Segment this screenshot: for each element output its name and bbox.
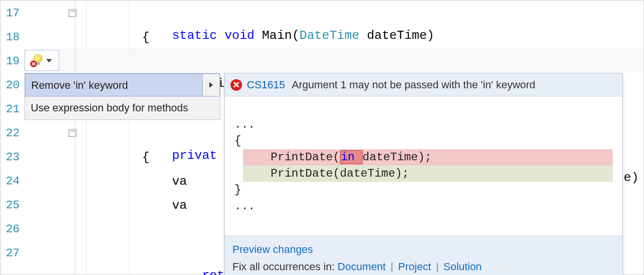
preview-footer: Preview changes Fix all occurrences in: … bbox=[225, 236, 622, 275]
separator: | bbox=[390, 261, 396, 273]
line-number: 24 bbox=[0, 170, 23, 192]
line-number: 26 bbox=[0, 218, 23, 240]
fix-all-document-link[interactable]: Document bbox=[338, 261, 386, 273]
error-code[interactable]: CS1615 bbox=[247, 79, 285, 91]
preview-header: CS1615 Argument 1 may not be passed with… bbox=[225, 73, 622, 96]
error-message: Argument 1 may not be passed with the 'i… bbox=[292, 79, 535, 91]
preview-changes-link[interactable]: Preview changes bbox=[232, 243, 313, 255]
fix-all-solution-link[interactable]: Solution bbox=[444, 261, 482, 273]
line-number: 20 bbox=[0, 74, 23, 96]
line-number: 27 bbox=[0, 242, 23, 264]
line-number: 17 bbox=[0, 2, 23, 24]
fix-preview-pane: CS1615 Argument 1 may not be passed with… bbox=[224, 73, 623, 275]
preview-diff: ... { PrintDate(in dateTime); PrintDate(… bbox=[225, 96, 622, 236]
line-number: 19 bbox=[0, 50, 23, 72]
quick-action-use-expression-body[interactable]: Use expression body for methods bbox=[25, 96, 220, 120]
code-editor[interactable]: 17 18 19 20 21 22 23 24 25 26 27 static … bbox=[0, 0, 644, 275]
code-line[interactable]: static void Main(DateTime dateTime) bbox=[82, 2, 644, 24]
outlining-margin[interactable] bbox=[65, 0, 80, 275]
quick-action-remove-in-keyword[interactable]: Remove 'in' keyword bbox=[25, 73, 220, 96]
diff-removed-line: PrintDate(in dateTime); bbox=[243, 149, 613, 166]
quick-action-label: Remove 'in' keyword bbox=[31, 79, 128, 91]
separator: | bbox=[436, 261, 442, 273]
chevron-down-icon bbox=[46, 59, 52, 62]
error-icon bbox=[231, 79, 242, 91]
fix-all-label: Fix all occurrences in: bbox=[232, 261, 338, 273]
gutter: 17 18 19 20 21 22 23 24 25 26 27 bbox=[0, 0, 23, 275]
line-number: 25 bbox=[0, 194, 23, 216]
code-line[interactable]: { bbox=[82, 26, 644, 48]
submenu-arrow-icon[interactable] bbox=[202, 74, 219, 96]
lightbulb-button[interactable] bbox=[24, 50, 59, 71]
quick-actions-menu: Remove 'in' keyword Use expression body … bbox=[24, 73, 220, 120]
fold-line bbox=[75, 0, 75, 275]
quick-action-label: Use expression body for methods bbox=[31, 102, 188, 114]
diff-added-line: PrintDate(dateTime); bbox=[243, 166, 613, 182]
code-line[interactable]: PrintDate(in dateTime); bbox=[82, 50, 644, 72]
lightbulb-error-icon bbox=[32, 54, 44, 67]
line-number: 22 bbox=[0, 122, 23, 144]
line-number: 18 bbox=[0, 26, 23, 48]
diff-removed-token: in bbox=[340, 150, 363, 164]
line-number: 21 bbox=[0, 98, 23, 120]
line-number: 23 bbox=[0, 146, 23, 168]
fix-all-project-link[interactable]: Project bbox=[398, 261, 431, 273]
